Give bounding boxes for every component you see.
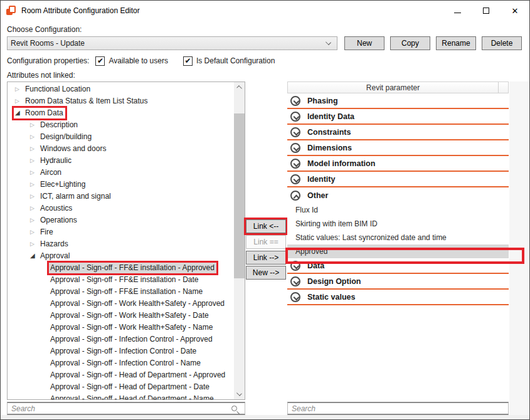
copy-button[interactable]: Copy [390, 36, 430, 50]
chevron-down-icon[interactable] [290, 292, 300, 302]
param-group-other[interactable]: Other [287, 187, 509, 203]
expand-icon[interactable]: ▷ [30, 170, 40, 176]
tree-item-acoustics[interactable]: ▷Acoustics [8, 202, 234, 214]
new-right-button[interactable]: New --> [246, 266, 286, 280]
tree-item-approval-sign-off-head-of-department-date[interactable]: Approval - Sign-off - Head of Department… [8, 381, 234, 393]
chevron-up-icon[interactable] [290, 191, 300, 201]
tree-item-room-data-status-item-list-status[interactable]: ▷Room Data Status & Item List Status [8, 95, 234, 107]
tree-item-content: ▷Aircon [29, 167, 63, 178]
tree-item-windows-and-doors[interactable]: ▷Windows and doors [8, 143, 234, 155]
tree-item-content: ◢Approval [29, 251, 72, 261]
expand-icon[interactable]: ▷ [30, 122, 40, 128]
tree-item-approval-sign-off-ff-e-installation-name[interactable]: Approval - Sign-off - FF&E installation … [8, 286, 234, 298]
room-attribute-configuration-editor-window: Room Attribute Configuration Editor ✕ Ch… [0, 0, 530, 420]
tree-item-elec-lighting[interactable]: ▷Elec+Lighting [8, 179, 234, 191]
tree-item-approval-sign-off-work-health-safety-date[interactable]: Approval - Sign-off - Work Health+Safety… [8, 310, 234, 322]
tree-item-fire[interactable]: ▷Fire [8, 226, 234, 238]
tree-item-label: Approval - Sign-off - Head of Department… [50, 394, 214, 400]
expand-icon[interactable]: ▷ [30, 182, 40, 187]
tree-item-content: Approval - Sign-off - Head of Department… [49, 394, 216, 400]
param-item-skirting-with-item-bim-id[interactable]: Skirting with item BIM ID [287, 217, 509, 231]
expand-icon[interactable]: ▷ [15, 87, 25, 92]
expand-icon[interactable]: ▷ [30, 206, 40, 211]
tree-scrollbar[interactable] [234, 82, 245, 399]
chevron-down-icon[interactable] [290, 96, 300, 106]
scroll-up-icon[interactable] [236, 85, 242, 91]
link-equals-button[interactable]: Link == [246, 235, 286, 249]
expand-icon[interactable]: ▷ [30, 146, 40, 152]
tree-item-room-data[interactable]: ◢Room Data [8, 107, 234, 119]
tree-item-content: ▷Hydraulic [29, 155, 73, 166]
param-item-static-values-last-syncronized-date-and-time[interactable]: Static values: Last syncronized date and… [287, 231, 509, 244]
expand-icon[interactable]: ▷ [30, 194, 40, 199]
param-group-identity-data[interactable]: Identity Data [287, 109, 509, 125]
tree-item-approval-sign-off-infection-control-approved[interactable]: Approval - Sign-off - Infection Control … [8, 333, 234, 345]
tree-item-description[interactable]: ▷Description [8, 119, 234, 131]
chevron-down-icon[interactable] [290, 159, 300, 169]
minimize-button[interactable] [443, 1, 472, 21]
expand-icon[interactable]: ▷ [30, 134, 40, 140]
revit-parameter-header[interactable]: Revit parameter [287, 81, 509, 93]
tree-item-functional-location[interactable]: ▷Functional Location [8, 83, 234, 95]
maximize-button[interactable] [472, 1, 501, 21]
configuration-dropdown[interactable]: Revit Rooms - Update [7, 36, 337, 50]
tree-item-label: Design/building [40, 132, 92, 141]
param-group-identity[interactable]: Identity [287, 172, 509, 187]
tree-item-design-building[interactable]: ▷Design/building [8, 131, 234, 143]
tree-item-content: ▷Design/building [29, 132, 93, 142]
chevron-down-icon[interactable] [290, 112, 300, 122]
expand-icon[interactable]: ▷ [30, 241, 40, 247]
tree-item-content: ▷Fire [29, 227, 55, 238]
param-group-constraints[interactable]: Constraints [287, 125, 509, 140]
tree-item-approval-sign-off-ff-e-installation-date[interactable]: Approval - Sign-off - FF&E installation … [8, 274, 234, 286]
param-group-phasing[interactable]: Phasing [287, 93, 509, 109]
param-group-static-values[interactable]: Static values [287, 290, 509, 305]
tree-item-approval-sign-off-work-health-safety-name[interactable]: Approval - Sign-off - Work Health+Safety… [8, 322, 234, 333]
tree-item-ict-alarm-and-signal[interactable]: ▷ICT, alarm and signal [8, 191, 234, 202]
rename-button[interactable]: Rename [436, 36, 476, 50]
param-group-model-information[interactable]: Model information [287, 156, 509, 172]
is-default-configuration-checkbox[interactable]: ✔ [183, 56, 193, 66]
scrollbar-thumb[interactable] [234, 113, 245, 278]
tree-item-operations[interactable]: ▷Operations [8, 214, 234, 226]
tree-item-label: Room Data [25, 108, 63, 117]
available-to-users-checkbox[interactable]: ✔ [95, 56, 105, 66]
param-group-design-option[interactable]: Design Option [287, 274, 509, 290]
chevron-down-icon[interactable] [290, 174, 300, 184]
tree-item-approval-sign-off-head-of-department-approved[interactable]: Approval - Sign-off - Head of Department… [8, 369, 234, 381]
tree-item-approval-sign-off-infection-control-date[interactable]: Approval - Sign-off - Infection Control … [8, 345, 234, 357]
tree-item-content: ▷Functional Location [14, 84, 92, 95]
tree-item-approval-sign-off-infection-control-name[interactable]: Approval - Sign-off - Infection Control … [8, 357, 234, 369]
available-to-users-label: Available to users [109, 56, 168, 65]
close-button[interactable]: ✕ [501, 1, 529, 21]
collapse-icon[interactable]: ◢ [15, 110, 25, 116]
tree-item-label: Hazards [40, 239, 68, 248]
revit-parameter-panel: Revit parameter PhasingIdentity DataCons… [287, 81, 509, 401]
tree-item-hydraulic[interactable]: ▷Hydraulic [8, 155, 234, 167]
attributes-search-input[interactable] [8, 404, 231, 413]
collapse-icon[interactable]: ◢ [30, 253, 40, 259]
scroll-down-icon[interactable] [236, 391, 242, 396]
chevron-down-icon[interactable] [290, 276, 300, 286]
tree-item-approval-sign-off-work-health-safety-approved[interactable]: Approval - Sign-off - Work Health+Safety… [8, 298, 234, 310]
tree-item-content: ▷Operations [29, 215, 79, 226]
param-group-dimensions[interactable]: Dimensions [287, 140, 509, 156]
new-button[interactable]: New [344, 36, 384, 50]
tree-item-approval[interactable]: ◢Approval [8, 250, 234, 262]
tree-item-label: Approval [40, 251, 70, 260]
revit-parameter-search-input[interactable] [288, 404, 508, 413]
tree-item-approval-sign-off-ff-e-installation-approved[interactable]: Approval - Sign-off - FF&E installation … [8, 262, 234, 274]
tree-item-aircon[interactable]: ▷Aircon [8, 167, 234, 179]
chevron-down-icon[interactable] [290, 127, 300, 137]
expand-icon[interactable]: ▷ [30, 229, 40, 235]
param-item-flux-id[interactable]: Flux Id [287, 203, 509, 217]
expand-icon[interactable]: ▷ [30, 158, 40, 164]
tree-item-approval-sign-off-head-of-department-name[interactable]: Approval - Sign-off - Head of Department… [8, 393, 234, 400]
expand-icon[interactable]: ▷ [30, 218, 40, 223]
delete-button[interactable]: Delete [482, 36, 522, 50]
chevron-down-icon[interactable] [290, 143, 300, 153]
link-left-button[interactable]: Link <-- [246, 219, 286, 233]
tree-item-hazards[interactable]: ▷Hazards [8, 238, 234, 250]
expand-icon[interactable]: ▷ [15, 98, 25, 104]
link-right-button[interactable]: Link --> [246, 251, 286, 265]
